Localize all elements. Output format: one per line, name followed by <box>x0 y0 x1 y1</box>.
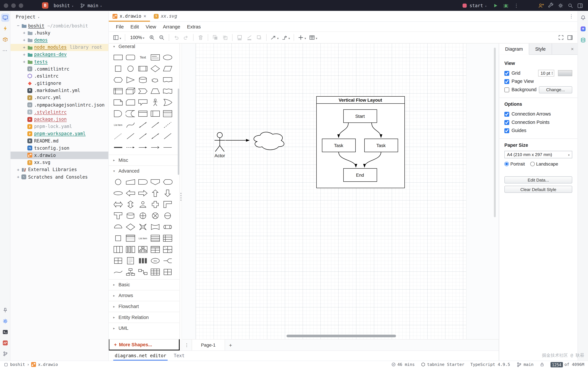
tree-item-eslintrc[interactable]: .eslintrc <box>10 73 108 80</box>
status-branch[interactable]: main <box>516 361 534 368</box>
trapezoid-shape[interactable] <box>149 86 161 96</box>
shapes-section-misc[interactable]: ▸Misc <box>109 155 180 166</box>
display-shape[interactable] <box>161 177 174 187</box>
redo-button[interactable] <box>181 33 190 42</box>
more-button[interactable]: ⋯ <box>1 46 9 55</box>
settings-gear-button[interactable] <box>1 317 9 325</box>
text-shape[interactable]: Text <box>136 53 149 62</box>
editor-tab-x-drawio[interactable]: x.drawio <box>109 11 150 21</box>
harrow-open-shape[interactable] <box>149 142 161 152</box>
off-page-shape[interactable] <box>149 177 161 187</box>
format-panel-button[interactable] <box>565 33 574 42</box>
table-sm-shape[interactable] <box>112 256 124 266</box>
connection-button[interactable] <box>269 33 280 42</box>
note-shape[interactable] <box>112 98 124 107</box>
document-shape[interactable] <box>161 75 174 85</box>
listitem-shape[interactable]: List Item <box>136 233 149 243</box>
corner-shape[interactable] <box>161 200 174 209</box>
cloud-shape[interactable] <box>149 75 161 85</box>
view-tab-diagrams-net-editor[interactable]: diagrams.net editor <box>111 351 170 361</box>
half-circle-shape[interactable] <box>112 222 124 232</box>
biarrow-d-shape[interactable] <box>149 131 161 141</box>
table-button[interactable] <box>308 33 318 42</box>
branch2-shape[interactable] <box>161 256 174 266</box>
cloud-shape[interactable] <box>254 132 284 150</box>
hexagon-shape[interactable] <box>112 75 124 85</box>
guides-checkbox[interactable] <box>504 128 509 133</box>
block-left-shape[interactable] <box>124 188 136 198</box>
pin-button[interactable] <box>1 306 9 314</box>
delay-shape[interactable] <box>136 177 149 187</box>
memory-indicator[interactable]: 1254 of 4096M <box>551 362 584 367</box>
rows2-shape[interactable] <box>161 233 174 243</box>
actor-shape[interactable] <box>215 132 225 151</box>
table-sm-shape[interactable] <box>161 267 174 277</box>
line-d-shape[interactable] <box>161 131 174 141</box>
circle-plus-shape[interactable] <box>136 211 149 221</box>
table-grid-shape[interactable] <box>149 267 161 277</box>
tree-item-markdownlint-yml[interactable]: M.markdownlint.yml <box>10 87 108 94</box>
tree-item-pnpm-workspace-yaml[interactable]: ppnpm-workspace.yaml <box>10 130 108 137</box>
profiler-button[interactable] <box>1 339 9 347</box>
grid-checkbox[interactable] <box>504 71 509 76</box>
diamond-shape[interactable] <box>124 222 136 232</box>
triangle-shape[interactable] <box>124 75 136 85</box>
ai-assistant-button[interactable] <box>579 25 587 33</box>
project-panel-header[interactable]: Project <box>10 11 108 22</box>
actor-shape[interactable] <box>149 98 161 107</box>
page-view-checkbox[interactable] <box>504 79 509 84</box>
expander-plus-icon[interactable]: + <box>22 52 27 57</box>
tab-style[interactable]: Style <box>529 44 552 55</box>
cylinder-shape[interactable] <box>136 75 149 85</box>
edit-data-button[interactable]: Edit Data... <box>504 176 572 184</box>
database-button[interactable] <box>579 36 587 44</box>
tree-item-commitlintrc[interactable]: c.commitlintrc <box>10 65 108 73</box>
line-color-button[interactable] <box>245 33 254 42</box>
block-ud-shape[interactable] <box>124 200 136 209</box>
list-shape[interactable] <box>161 109 174 119</box>
node-link-shape[interactable] <box>136 267 149 277</box>
landscape-radio[interactable]: Landscape <box>530 161 558 166</box>
undo-button[interactable] <box>172 33 181 42</box>
branch-selector[interactable]: main <box>77 0 105 11</box>
tree2-shape[interactable] <box>124 267 136 277</box>
drawio-canvas[interactable]: Actor Vertical Flow Layout <box>182 44 499 339</box>
to-front-button[interactable] <box>211 33 220 42</box>
listitem-shape[interactable]: List Item <box>112 120 124 130</box>
tree-item-stylelintrc[interactable]: S.stylelintrc <box>10 109 108 116</box>
menu-arrange[interactable]: Arrange <box>159 24 184 29</box>
tree-item-readme-md[interactable]: RREADME.md <box>10 137 108 145</box>
orgbox-shape[interactable] <box>136 245 149 254</box>
zoom-in-button[interactable] <box>147 33 156 42</box>
hline-bold-shape[interactable] <box>112 142 124 152</box>
rect-shape[interactable] <box>112 53 124 62</box>
rounded-shape[interactable] <box>124 53 136 62</box>
expander-plus-icon[interactable]: + <box>16 175 21 179</box>
block-down-shape[interactable] <box>161 188 174 198</box>
tree-item-node-modules[interactable]: +node_moduleslibrary root <box>10 44 108 51</box>
and-shape[interactable] <box>112 109 124 119</box>
lock-icon[interactable] <box>540 362 544 367</box>
step-shape[interactable] <box>136 86 149 96</box>
menu-file[interactable]: File <box>113 24 127 29</box>
build-button[interactable] <box>1 35 9 44</box>
tree-item-package-json[interactable]: npackage.json <box>10 116 108 123</box>
zoom-out-button[interactable] <box>157 33 166 42</box>
internal-storage-shape[interactable] <box>112 86 124 96</box>
user2-shape[interactable] <box>136 200 149 209</box>
callout-shape[interactable] <box>136 98 149 107</box>
canvas-vertical-scrollbar[interactable] <box>494 48 496 217</box>
maximize-window-button[interactable] <box>19 3 23 8</box>
expander-plus-icon[interactable]: + <box>22 31 27 36</box>
manual-input-shape[interactable] <box>124 177 136 187</box>
background-checkbox[interactable] <box>504 87 509 92</box>
menu-edit[interactable]: Edit <box>127 24 142 29</box>
expander-plus-icon[interactable]: + <box>22 59 27 64</box>
shadow-button[interactable] <box>255 33 264 42</box>
pipe-shape[interactable] <box>161 222 174 232</box>
connection-arrows-checkbox[interactable] <box>504 112 509 117</box>
option-guides[interactable]: Guides <box>504 127 572 135</box>
view-tab-text[interactable]: Text <box>170 351 188 361</box>
commit-button[interactable] <box>1 24 9 33</box>
view-panel-button[interactable] <box>112 33 122 42</box>
